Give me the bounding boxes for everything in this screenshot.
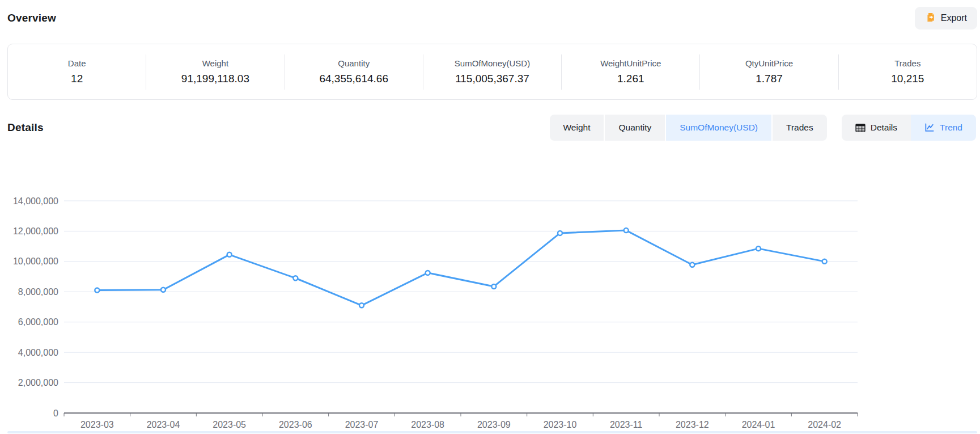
stat-date: Date 12 <box>8 54 146 90</box>
y-axis-tick-label: 4,000,000 <box>18 348 58 357</box>
stat-weight-unit-price: WeightUnitPrice 1.261 <box>562 54 700 90</box>
details-tab-groups: Weight Quantity SumOfMoney(USD) Trades <box>550 115 977 141</box>
line-chart-icon <box>924 123 935 132</box>
table-icon <box>855 124 866 132</box>
stat-trades: Trades 10,215 <box>839 54 977 90</box>
stat-quantity: Quantity 64,355,614.66 <box>285 54 423 90</box>
trend-line-chart: 02,000,0004,000,0006,000,0008,000,00010,… <box>0 159 980 434</box>
stat-value: 10,215 <box>839 73 977 85</box>
data-point-marker <box>161 288 166 292</box>
export-button-label: Export <box>941 13 967 23</box>
y-axis-tick-label: 14,000,000 <box>13 196 58 206</box>
tab-trades[interactable]: Trades <box>773 115 827 141</box>
data-point-marker <box>690 263 694 267</box>
x-axis-tick-label: 2023-11 <box>610 420 643 429</box>
export-button[interactable]: Export <box>915 7 977 30</box>
data-point-marker <box>227 252 232 257</box>
tab-quantity[interactable]: Quantity <box>605 115 665 141</box>
y-axis-tick-label: 8,000,000 <box>18 287 58 297</box>
stat-value: 64,355,614.66 <box>285 73 423 85</box>
stat-weight: Weight 91,199,118.03 <box>146 54 285 90</box>
x-axis-tick-label: 2023-09 <box>477 420 511 429</box>
y-axis-tick-label: 0 <box>53 408 58 418</box>
metric-tab-group: Weight Quantity SumOfMoney(USD) Trades <box>550 115 827 141</box>
overview-title: Overview <box>7 12 56 24</box>
stat-value: 12 <box>8 73 146 85</box>
details-title: Details <box>7 121 44 134</box>
stat-label: Date <box>8 58 146 68</box>
view-tab-group: Details Trend <box>842 115 976 141</box>
data-point-marker <box>95 288 99 293</box>
y-axis-tick-label: 10,000,000 <box>13 256 58 266</box>
x-axis-tick-label: 2023-08 <box>411 420 444 429</box>
x-axis-tick-label: 2024-02 <box>808 420 841 429</box>
stat-value: 115,005,367.37 <box>423 73 561 85</box>
x-axis-tick-label: 2023-12 <box>676 420 709 429</box>
data-point-marker <box>426 271 430 275</box>
y-axis-tick-label: 12,000,000 <box>13 226 58 236</box>
stat-sum-of-money: SumOfMoney(USD) 115,005,367.37 <box>423 54 562 90</box>
export-file-icon <box>925 12 936 25</box>
x-axis-tick-label: 2023-05 <box>213 420 246 429</box>
tab-label: Trend <box>940 123 962 133</box>
stat-value: 91,199,118.03 <box>146 73 284 85</box>
next-section-edge <box>7 431 977 433</box>
data-point-marker <box>558 231 562 235</box>
tab-trend-view[interactable]: Trend <box>911 115 976 141</box>
tab-label: Details <box>871 123 897 133</box>
stat-label: SumOfMoney(USD) <box>423 58 561 68</box>
stat-label: Trades <box>839 58 977 68</box>
stat-label: QtyUnitPrice <box>700 58 838 68</box>
details-header: Details Weight Quantity SumOfMoney(USD) … <box>7 115 976 141</box>
trend-series-line <box>97 230 824 305</box>
tab-weight[interactable]: Weight <box>550 115 604 141</box>
overview-stats-card: Date 12 Weight 91,199,118.03 Quantity 64… <box>7 44 977 100</box>
stat-qty-unit-price: QtyUnitPrice 1.787 <box>700 54 838 90</box>
tab-sum-of-money[interactable]: SumOfMoney(USD) <box>666 115 771 141</box>
tab-label: Trades <box>786 123 813 133</box>
x-axis-tick-label: 2023-04 <box>147 420 180 429</box>
tab-label: Quantity <box>618 123 651 133</box>
tab-details-view[interactable]: Details <box>842 115 911 141</box>
y-axis-tick-label: 2,000,000 <box>18 378 58 387</box>
stat-value: 1.261 <box>562 73 699 85</box>
data-point-marker <box>756 246 761 251</box>
data-point-marker <box>293 276 298 280</box>
stat-label: Quantity <box>285 58 423 68</box>
x-axis-tick-label: 2023-03 <box>80 420 114 429</box>
data-point-marker <box>822 259 827 264</box>
x-axis-tick-label: 2023-10 <box>544 420 577 429</box>
stat-label: WeightUnitPrice <box>562 58 699 68</box>
data-point-marker <box>491 284 496 289</box>
overview-header: Overview Export <box>7 5 977 32</box>
x-axis-tick-label: 2024-01 <box>742 420 775 429</box>
y-axis-tick-label: 6,000,000 <box>18 317 58 327</box>
tab-label: Weight <box>563 123 591 133</box>
data-point-marker <box>624 228 629 233</box>
data-point-marker <box>359 303 364 307</box>
stat-label: Weight <box>146 58 284 68</box>
tab-label: SumOfMoney(USD) <box>680 123 758 133</box>
x-axis-tick-label: 2023-07 <box>345 420 379 429</box>
stat-value: 1.787 <box>700 73 838 85</box>
x-axis-tick-label: 2023-06 <box>279 420 312 429</box>
